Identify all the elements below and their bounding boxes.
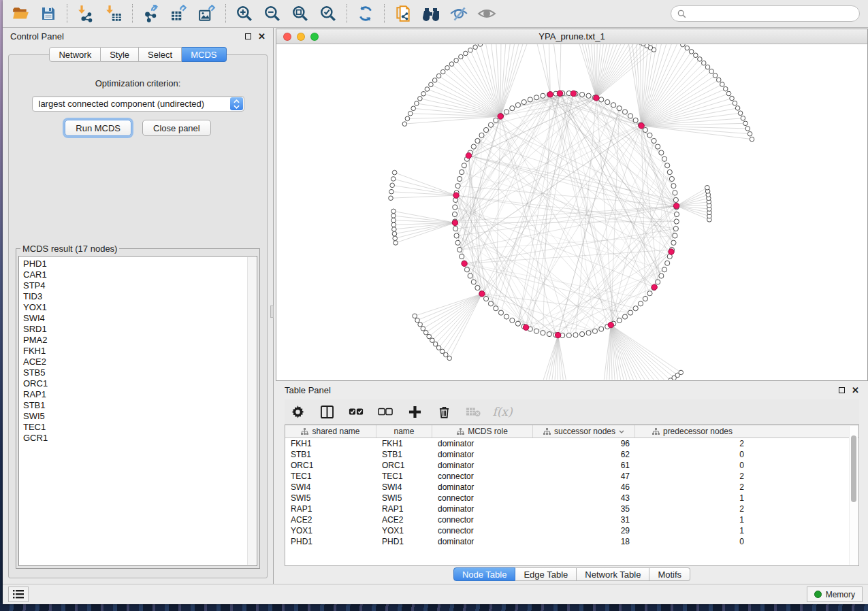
leaf-node[interactable] bbox=[698, 57, 703, 62]
network-node[interactable] bbox=[671, 240, 676, 245]
leaf-node[interactable] bbox=[418, 322, 423, 327]
tab-style[interactable]: Style bbox=[101, 47, 139, 62]
network-node[interactable] bbox=[622, 110, 627, 114]
mcds-result-item[interactable]: TID3 bbox=[23, 291, 257, 302]
tab-select[interactable]: Select bbox=[139, 47, 182, 62]
leaf-node[interactable] bbox=[425, 87, 430, 92]
duplicate-network-icon[interactable] bbox=[393, 4, 413, 23]
save-session-icon[interactable] bbox=[39, 4, 58, 23]
float-panel-icon[interactable] bbox=[245, 33, 251, 39]
leaf-node[interactable] bbox=[418, 97, 423, 101]
network-node[interactable] bbox=[647, 291, 652, 296]
network-node[interactable] bbox=[659, 274, 664, 278]
network-node[interactable] bbox=[460, 169, 464, 174]
network-node[interactable] bbox=[462, 163, 466, 168]
mcds-result-item[interactable]: SWI4 bbox=[23, 313, 257, 324]
table-row[interactable]: ORC1ORC1dominator610 bbox=[285, 460, 858, 471]
tab-motifs[interactable]: Motifs bbox=[649, 567, 690, 581]
network-node[interactable] bbox=[504, 314, 509, 319]
mcds-hub-node[interactable] bbox=[555, 332, 560, 337]
table-scrollbar-thumb[interactable] bbox=[851, 435, 856, 502]
leaf-node[interactable] bbox=[641, 44, 646, 46]
table-row[interactable]: RAP1RAP1dominator352 bbox=[285, 503, 858, 514]
network-node[interactable] bbox=[521, 99, 526, 104]
network-node[interactable] bbox=[515, 321, 520, 326]
mcds-hub-node[interactable] bbox=[452, 220, 457, 225]
leaf-node[interactable] bbox=[391, 209, 396, 214]
mcds-result-item[interactable]: STB1 bbox=[23, 400, 257, 411]
columns-icon[interactable] bbox=[319, 404, 334, 419]
mcds-hub-node[interactable] bbox=[498, 114, 503, 119]
leaf-node[interactable] bbox=[440, 349, 445, 354]
hide-graphics-icon[interactable] bbox=[449, 4, 468, 23]
leaf-node[interactable] bbox=[478, 44, 483, 46]
network-node[interactable] bbox=[468, 274, 472, 278]
leaf-node[interactable] bbox=[392, 231, 397, 236]
column-header-predecessor-nodes[interactable]: predecessor nodes bbox=[635, 425, 750, 437]
leaf-node[interactable] bbox=[454, 58, 459, 63]
trash-icon[interactable] bbox=[436, 404, 451, 419]
network-node[interactable] bbox=[504, 110, 509, 114]
export-image-icon[interactable] bbox=[197, 4, 216, 23]
leaf-node[interactable] bbox=[415, 101, 419, 106]
leaf-node[interactable] bbox=[726, 91, 731, 96]
leaf-node[interactable] bbox=[713, 73, 718, 78]
float-table-panel-icon[interactable] bbox=[839, 387, 845, 393]
leaf-node[interactable] bbox=[402, 122, 407, 127]
network-node[interactable] bbox=[673, 197, 678, 202]
leaf-node[interactable] bbox=[468, 48, 473, 52]
function-builder-icon[interactable]: f(x) bbox=[495, 404, 510, 419]
leaf-node[interactable] bbox=[430, 338, 435, 343]
network-node[interactable] bbox=[452, 212, 457, 216]
leaf-node[interactable] bbox=[473, 45, 478, 50]
network-node[interactable] bbox=[534, 95, 539, 100]
leaf-node[interactable] bbox=[445, 65, 450, 70]
network-node[interactable] bbox=[652, 138, 656, 143]
mcds-result-item[interactable]: CAR1 bbox=[23, 269, 257, 280]
leaf-node[interactable] bbox=[689, 50, 694, 54]
mcds-hub-node[interactable] bbox=[570, 90, 576, 96]
leaf-node[interactable] bbox=[733, 101, 737, 105]
node-table[interactable]: shared namenameMCDS rolesuccessor nodesp… bbox=[285, 425, 859, 566]
criterion-select[interactable]: largest connected component (undirected) bbox=[32, 96, 244, 112]
leaf-node[interactable] bbox=[391, 177, 396, 182]
leaf-node[interactable] bbox=[681, 44, 686, 47]
network-node[interactable] bbox=[662, 156, 666, 161]
table-row[interactable]: SWI4SWI4dominator462 bbox=[285, 482, 858, 493]
mcds-hub-node[interactable] bbox=[466, 153, 471, 159]
network-node[interactable] bbox=[611, 103, 616, 108]
network-node[interactable] bbox=[586, 331, 591, 335]
network-node[interactable] bbox=[592, 329, 597, 333]
leaf-node[interactable] bbox=[738, 111, 743, 116]
leaf-node[interactable] bbox=[391, 218, 396, 222]
network-node[interactable] bbox=[599, 97, 604, 102]
leaf-node[interactable] bbox=[709, 69, 714, 73]
window-maximize-icon[interactable] bbox=[310, 33, 319, 41]
open-session-icon[interactable] bbox=[11, 4, 30, 23]
network-node[interactable] bbox=[534, 329, 539, 333]
network-node[interactable] bbox=[662, 267, 666, 272]
leaf-node[interactable] bbox=[391, 222, 396, 227]
leaf-node[interactable] bbox=[421, 92, 426, 97]
column-header-name[interactable]: name bbox=[376, 425, 432, 437]
network-node[interactable] bbox=[622, 314, 627, 319]
task-history-button[interactable] bbox=[8, 587, 29, 602]
leaf-node[interactable] bbox=[750, 137, 754, 142]
network-node[interactable] bbox=[573, 333, 578, 337]
tab-network-table[interactable]: Network Table bbox=[577, 567, 649, 581]
leaf-node[interactable] bbox=[390, 183, 395, 188]
leaf-node[interactable] bbox=[447, 356, 452, 361]
mcds-hub-node[interactable] bbox=[557, 90, 562, 96]
panel-splitter-handle[interactable] bbox=[270, 306, 274, 318]
table-row[interactable]: STB1STB1dominator620 bbox=[285, 449, 858, 460]
refresh-icon[interactable] bbox=[356, 4, 375, 23]
network-node[interactable] bbox=[455, 184, 460, 188]
network-node[interactable] bbox=[643, 127, 647, 132]
network-node[interactable] bbox=[488, 122, 493, 127]
leaf-node[interactable] bbox=[413, 314, 417, 318]
network-node[interactable] bbox=[483, 296, 488, 301]
close-panel-button[interactable]: Close panel bbox=[142, 120, 211, 136]
column-header-shared-name[interactable]: shared name bbox=[285, 425, 376, 437]
network-window-titlebar[interactable]: YPA_prune.txt_1 bbox=[276, 29, 867, 44]
leaf-node[interactable] bbox=[408, 111, 413, 116]
